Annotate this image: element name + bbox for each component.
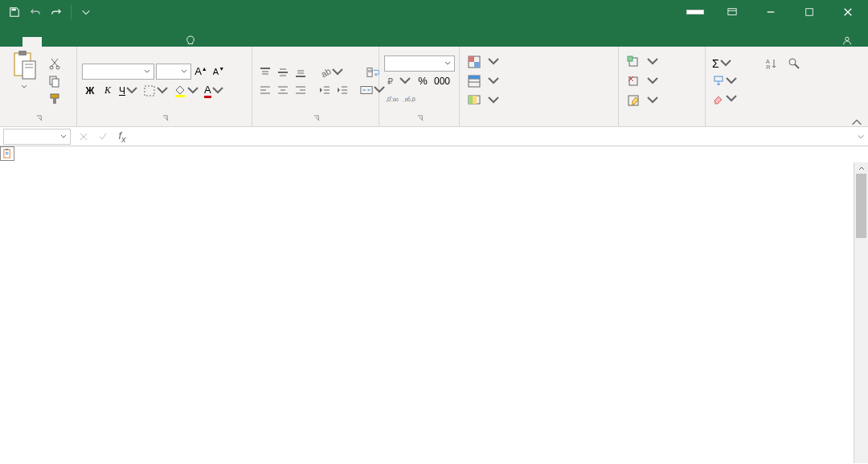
redo-icon[interactable] <box>47 2 66 22</box>
number-launcher[interactable] <box>416 115 424 123</box>
tab-home[interactable] <box>23 37 42 47</box>
close-button[interactable] <box>829 0 866 24</box>
clipboard-launcher[interactable] <box>35 115 43 123</box>
name-box[interactable] <box>3 129 71 145</box>
format-as-table-button[interactable] <box>465 72 503 90</box>
cut-button[interactable] <box>47 55 63 72</box>
svg-rect-63 <box>473 96 477 104</box>
tab-page-layout[interactable] <box>61 37 80 47</box>
align-right-button[interactable] <box>293 82 309 98</box>
autosum-button[interactable]: Σ <box>710 55 734 72</box>
clear-button[interactable] <box>710 91 739 107</box>
decrease-decimal-button[interactable]: ,00,0 <box>402 91 418 107</box>
cancel-formula-button[interactable] <box>74 132 93 142</box>
decrease-font-button[interactable]: A▼ <box>211 64 227 80</box>
fill-color-icon <box>174 84 186 97</box>
format-painter-icon <box>48 92 61 105</box>
svg-rect-78 <box>5 149 8 150</box>
format-cells-icon <box>627 94 640 107</box>
titlebar <box>0 0 868 24</box>
format-painter-button[interactable] <box>47 91 63 107</box>
ribbon-tabs <box>0 24 868 47</box>
svg-point-72 <box>789 59 796 65</box>
borders-icon <box>143 84 156 97</box>
undo-icon[interactable] <box>26 2 45 22</box>
fill-button[interactable] <box>710 73 739 89</box>
find-icon <box>788 57 800 70</box>
svg-rect-48 <box>361 86 372 93</box>
find-select-button[interactable] <box>784 55 805 72</box>
font-size-combo[interactable] <box>156 64 191 80</box>
align-top-button[interactable] <box>257 64 273 80</box>
sort-filter-button[interactable]: АЯ <box>761 55 782 72</box>
bold-button[interactable]: Ж <box>82 83 98 99</box>
paste-button[interactable] <box>5 50 43 112</box>
italic-button[interactable]: К <box>100 83 116 99</box>
svg-text:ab: ab <box>368 68 373 73</box>
ribbon-display-icon[interactable] <box>714 0 751 24</box>
font-launcher[interactable] <box>162 115 170 123</box>
fill-color-button[interactable] <box>172 83 201 99</box>
signin-button[interactable] <box>686 10 704 14</box>
qat-customize-icon[interactable] <box>76 2 96 22</box>
tab-review[interactable] <box>119 37 138 47</box>
maximize-button[interactable] <box>791 0 828 24</box>
increase-indent-button[interactable] <box>334 82 350 98</box>
tab-insert[interactable] <box>42 37 61 47</box>
copy-button[interactable] <box>47 73 63 89</box>
svg-rect-9 <box>18 51 27 55</box>
svg-rect-55 <box>469 56 474 62</box>
tab-view[interactable] <box>138 37 158 47</box>
tab-data[interactable] <box>100 37 119 47</box>
orientation-button[interactable]: ab <box>317 64 346 80</box>
fill-down-icon <box>712 75 725 88</box>
expand-formula-bar[interactable] <box>854 133 868 141</box>
increase-font-button[interactable]: A▲ <box>193 64 209 80</box>
paste-options-icon[interactable] <box>0 146 14 161</box>
cell-styles-button[interactable] <box>465 92 503 109</box>
worksheet-grid[interactable] <box>0 146 868 463</box>
share-button[interactable] <box>841 35 865 47</box>
paste-icon <box>11 50 37 80</box>
tab-help[interactable] <box>158 37 177 47</box>
svg-rect-10 <box>23 61 35 79</box>
svg-text:₽: ₽ <box>387 76 393 86</box>
tab-formulas[interactable] <box>80 37 100 47</box>
percent-button[interactable]: % <box>415 73 431 89</box>
comma-button[interactable]: 000 <box>432 73 452 89</box>
svg-text:,0: ,0 <box>386 96 391 102</box>
decrease-indent-button[interactable] <box>317 82 333 98</box>
sort-icon: АЯ <box>765 57 778 70</box>
collapse-ribbon-icon[interactable] <box>849 114 865 130</box>
tell-me[interactable] <box>185 35 200 47</box>
svg-text:,0: ,0 <box>411 96 416 102</box>
save-icon[interactable] <box>5 2 24 22</box>
underline-button[interactable]: Ч <box>117 83 140 99</box>
tab-file[interactable] <box>3 37 23 47</box>
increase-decimal-button[interactable]: ,0,00 <box>384 91 400 107</box>
insert-cells-button[interactable] <box>624 53 662 71</box>
vertical-scrollbar[interactable] <box>854 162 868 463</box>
enter-formula-button[interactable] <box>93 132 113 142</box>
align-bottom-button[interactable] <box>293 64 309 80</box>
font-color-button[interactable]: А <box>203 83 226 99</box>
align-left-button[interactable] <box>257 82 273 98</box>
lightbulb-icon <box>185 35 196 47</box>
font-name-combo[interactable] <box>82 64 154 80</box>
align-center-button[interactable] <box>275 82 291 98</box>
conditional-formatting-button[interactable] <box>465 53 503 71</box>
svg-rect-4 <box>806 9 813 16</box>
accounting-button[interactable]: ₽ <box>384 73 413 89</box>
minimize-button[interactable] <box>752 0 789 24</box>
svg-text:А: А <box>766 59 770 64</box>
align-middle-button[interactable] <box>275 64 291 80</box>
svg-rect-62 <box>469 96 473 104</box>
format-cells-button[interactable] <box>624 92 662 109</box>
borders-button[interactable] <box>141 83 170 99</box>
alignment-launcher[interactable] <box>313 115 321 123</box>
delete-cells-button[interactable] <box>624 72 662 90</box>
cut-icon <box>48 57 61 70</box>
svg-text:ab: ab <box>319 66 331 79</box>
insert-function-button[interactable]: fx <box>113 129 132 144</box>
number-format-combo[interactable] <box>384 55 455 72</box>
